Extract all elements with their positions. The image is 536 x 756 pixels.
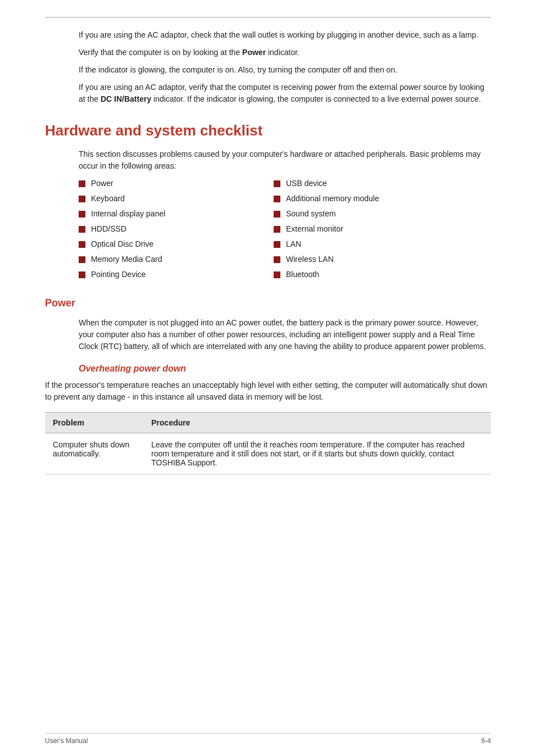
- paragraph-2: Verify that the computer is on by lookin…: [79, 47, 491, 58]
- table-cell-procedure: Leave the computer off until the it reac…: [143, 433, 491, 474]
- checklist-item-label: Sound system: [286, 208, 336, 220]
- checklist-item-label: Bluetooth: [286, 269, 319, 280]
- list-item: Memory Media Card: [79, 253, 262, 265]
- list-item: Bluetooth: [274, 269, 457, 280]
- list-item: External monitor: [274, 223, 457, 235]
- bullet-icon: [274, 256, 280, 263]
- checklist-item-label: HDD/SSD: [91, 223, 126, 235]
- bullet-icon: [79, 196, 85, 202]
- bullet-icon: [79, 180, 85, 187]
- footer-right: 6-4: [482, 737, 491, 745]
- checklist-item-label: Keyboard: [91, 193, 125, 205]
- bullet-icon: [274, 196, 280, 202]
- list-item: Additional memory module: [274, 193, 457, 205]
- bullet-icon: [79, 271, 85, 278]
- power-body: When the computer is not plugged into an…: [45, 317, 491, 352]
- list-item: HDD/SSD: [79, 223, 262, 235]
- checklist-item-label: External monitor: [286, 223, 343, 235]
- bullet-icon: [274, 226, 280, 233]
- list-item: Optical Disc Drive: [79, 238, 262, 250]
- bullet-icon: [274, 241, 280, 248]
- overheating-body: If the processor's temperature reaches a…: [45, 379, 491, 403]
- page-footer: User's Manual 6-4: [45, 733, 491, 745]
- checklist-grid: Power Keyboard Internal display panel HD…: [79, 178, 457, 280]
- checklist-left-col: Power Keyboard Internal display panel HD…: [79, 178, 262, 280]
- checklist-item-label: Pointing Device: [91, 269, 146, 280]
- bullet-icon: [274, 180, 280, 187]
- paragraph-4: If you are using an AC adaptor, verify t…: [79, 82, 491, 105]
- checklist-item-label: Internal display panel: [91, 208, 165, 220]
- bullet-icon: [79, 226, 85, 233]
- checklist-item-label: Optical Disc Drive: [91, 238, 153, 250]
- bullet-icon: [79, 211, 85, 218]
- list-item: Power: [79, 178, 262, 189]
- footer-left: User's Manual: [45, 737, 88, 745]
- list-item: Pointing Device: [79, 269, 262, 280]
- list-item: Internal display panel: [79, 208, 262, 220]
- hardware-section-title: Hardware and system checklist: [45, 122, 491, 139]
- checklist-item-label: LAN: [286, 238, 301, 250]
- bullet-icon: [79, 241, 85, 248]
- overheating-subsection-title: Overheating power down: [45, 364, 491, 374]
- list-item: Wireless LAN: [274, 253, 457, 265]
- list-item: Sound system: [274, 208, 457, 220]
- paragraph-3: If the indicator is glowing, the compute…: [79, 64, 491, 76]
- top-rule: [45, 17, 491, 18]
- table-cell-problem: Computer shuts down automatically.: [45, 433, 143, 474]
- hardware-intro: This section discusses problems caused b…: [45, 148, 491, 172]
- checklist-item-label: Wireless LAN: [286, 253, 334, 265]
- bullet-icon: [274, 211, 280, 218]
- bullet-icon: [274, 271, 280, 278]
- list-item: Keyboard: [79, 193, 262, 205]
- list-item: LAN: [274, 238, 457, 250]
- checklist-item-label: Additional memory module: [286, 193, 379, 205]
- power-section-title: Power: [45, 297, 491, 309]
- checklist-item-label: Power: [91, 178, 113, 189]
- table-row: Computer shuts down automatically. Leave…: [45, 433, 491, 474]
- checklist-item-label: USB device: [286, 178, 327, 189]
- problem-procedure-table: Problem Procedure Computer shuts down au…: [45, 412, 491, 474]
- power-section: Power When the computer is not plugged i…: [45, 297, 491, 474]
- checklist-right-col: USB device Additional memory module Soun…: [274, 178, 457, 280]
- paragraph-1: If you are using the AC adaptor, check t…: [79, 29, 491, 41]
- list-item: USB device: [274, 178, 457, 189]
- bullet-icon: [79, 256, 85, 263]
- table-col-procedure: Procedure: [143, 413, 491, 433]
- table-col-problem: Problem: [45, 413, 143, 433]
- checklist-item-label: Memory Media Card: [91, 253, 162, 265]
